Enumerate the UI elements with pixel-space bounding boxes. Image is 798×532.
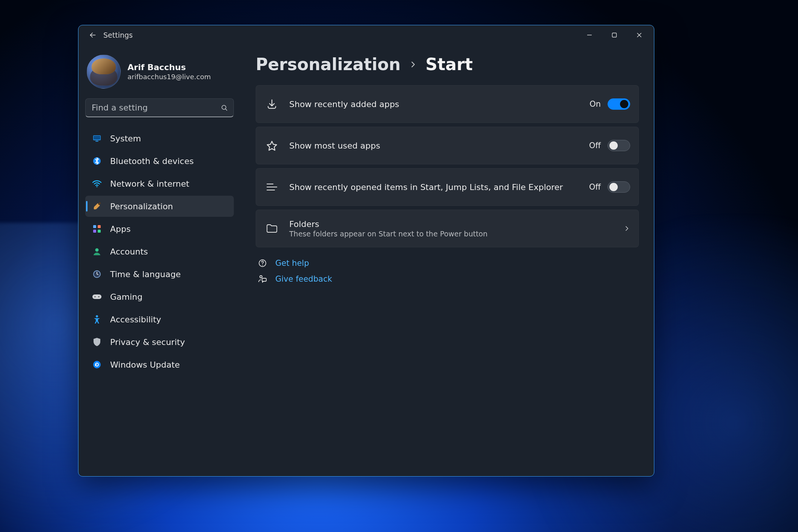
sidebar-item-label: Windows Update <box>110 360 180 369</box>
setting-label: Show most used apps <box>289 141 380 150</box>
shield-icon <box>92 337 102 347</box>
sidebar-item-gaming[interactable]: Gaming <box>85 286 234 307</box>
link-label: Get help <box>275 259 309 268</box>
setting-most-used-apps: Show most used apps Off <box>256 127 639 164</box>
profile-name: Arif Bacchus <box>127 63 211 72</box>
sidebar-item-privacy-security[interactable]: Privacy & security <box>85 331 234 353</box>
back-button[interactable] <box>84 27 101 43</box>
app-title: Settings <box>103 31 133 39</box>
svg-line-6 <box>226 109 227 110</box>
arrow-left-icon <box>89 31 97 39</box>
close-icon <box>637 32 642 38</box>
svg-rect-13 <box>93 225 96 228</box>
list-icon <box>264 179 279 195</box>
minimize-button[interactable] <box>577 27 602 43</box>
sidebar-item-label: Gaming <box>110 292 143 302</box>
bluetooth-icon <box>92 156 102 166</box>
sidebar-item-personalization[interactable]: Personalization <box>85 196 234 217</box>
sidebar-item-apps[interactable]: Apps <box>85 218 234 239</box>
svg-point-17 <box>95 248 99 252</box>
nav: System Bluetooth & devices Network & int… <box>85 128 234 375</box>
sidebar-item-time-language[interactable]: Time & language <box>85 264 234 285</box>
svg-point-22 <box>96 315 98 317</box>
toggle-state-label: On <box>589 100 601 109</box>
svg-point-20 <box>94 296 95 297</box>
sidebar-item-label: Bluetooth & devices <box>110 156 194 166</box>
help-links: Get help Give feedback <box>256 258 639 284</box>
folder-icon <box>264 221 279 236</box>
sidebar-item-label: Accounts <box>110 247 148 256</box>
update-icon <box>92 360 102 369</box>
search-box[interactable] <box>85 98 234 117</box>
sidebar: Arif Bacchus arifbacchus19@live.com Syst… <box>78 45 241 476</box>
feedback-icon <box>257 274 268 284</box>
sidebar-item-label: Accessibility <box>110 315 161 324</box>
person-icon <box>92 247 102 256</box>
gamepad-icon <box>92 292 102 302</box>
maximize-icon <box>612 32 617 38</box>
apps-icon <box>92 224 102 234</box>
setting-title: Folders <box>289 219 488 229</box>
sidebar-item-network-internet[interactable]: Network & internet <box>85 173 234 194</box>
svg-point-11 <box>96 186 97 187</box>
svg-rect-31 <box>262 278 266 281</box>
titlebar: Settings <box>78 25 654 45</box>
chevron-right-icon <box>409 60 417 69</box>
sidebar-item-label: Time & language <box>110 270 181 279</box>
toggle-state-label: Off <box>589 182 601 192</box>
sidebar-item-label: Privacy & security <box>110 337 185 347</box>
sidebar-item-label: Personalization <box>110 202 173 211</box>
setting-label: Show recently opened items in Start, Jum… <box>289 182 563 192</box>
link-label: Give feedback <box>275 274 332 284</box>
breadcrumb-parent[interactable]: Personalization <box>256 55 401 74</box>
monitor-icon <box>92 133 102 143</box>
svg-rect-19 <box>92 294 101 299</box>
sidebar-item-label: Apps <box>110 224 130 234</box>
svg-rect-1 <box>587 35 592 35</box>
sidebar-item-bluetooth-devices[interactable]: Bluetooth & devices <box>85 150 234 172</box>
search-input[interactable] <box>92 103 215 112</box>
paintbrush-icon <box>92 201 102 211</box>
clock-globe-icon <box>92 269 102 279</box>
svg-point-21 <box>98 296 99 297</box>
svg-rect-14 <box>98 225 101 228</box>
toggle-recently-added-apps[interactable] <box>608 98 630 110</box>
minimize-icon <box>587 32 592 38</box>
avatar <box>87 55 121 89</box>
breadcrumb-current: Start <box>425 55 473 74</box>
content: Personalization Start Show recently adde… <box>241 45 654 476</box>
svg-marker-24 <box>267 141 277 150</box>
sidebar-item-accessibility[interactable]: Accessibility <box>85 309 234 330</box>
close-button[interactable] <box>627 27 652 43</box>
toggle-state-label: Off <box>589 141 601 150</box>
sidebar-item-system[interactable]: System <box>85 128 234 149</box>
setting-subtitle: These folders appear on Start next to th… <box>289 230 488 238</box>
svg-point-30 <box>260 276 262 278</box>
toggle-most-used-apps[interactable] <box>608 140 630 151</box>
accessibility-icon <box>92 314 102 324</box>
search-icon <box>221 104 228 112</box>
download-icon <box>264 97 279 112</box>
svg-rect-9 <box>95 141 98 142</box>
sidebar-item-windows-update[interactable]: Windows Update <box>85 354 234 375</box>
account-card[interactable]: Arif Bacchus arifbacchus19@live.com <box>85 52 234 98</box>
wifi-icon <box>92 179 102 189</box>
setting-recently-added-apps: Show recently added apps On <box>256 85 639 123</box>
breadcrumb: Personalization Start <box>256 55 639 74</box>
maximize-button[interactable] <box>602 27 627 43</box>
sidebar-item-accounts[interactable]: Accounts <box>85 241 234 262</box>
toggle-recently-opened-items[interactable] <box>608 181 630 193</box>
star-icon <box>264 138 279 153</box>
svg-rect-2 <box>612 33 617 37</box>
setting-folders[interactable]: Folders These folders appear on Start ne… <box>256 210 639 247</box>
sidebar-item-label: Network & internet <box>110 179 189 189</box>
profile-email: arifbacchus19@live.com <box>127 73 211 81</box>
chevron-right-icon <box>623 225 630 232</box>
give-feedback-link[interactable]: Give feedback <box>257 274 639 284</box>
svg-rect-15 <box>93 230 96 233</box>
help-icon <box>257 258 268 268</box>
svg-rect-8 <box>94 136 100 140</box>
sidebar-item-label: System <box>110 134 141 143</box>
svg-point-29 <box>262 265 263 265</box>
get-help-link[interactable]: Get help <box>257 258 639 268</box>
